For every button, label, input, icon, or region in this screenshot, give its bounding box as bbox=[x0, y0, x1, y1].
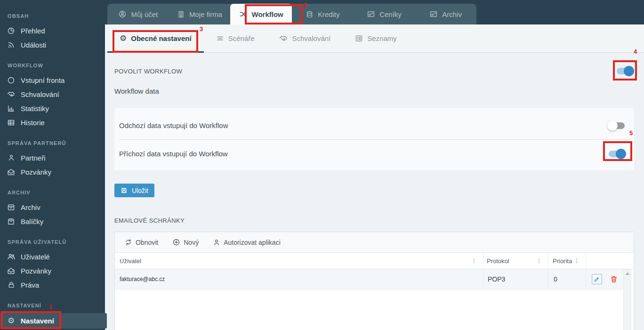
column-header-gap bbox=[623, 253, 634, 269]
sidebar-item-balicky[interactable]: Balíčky bbox=[0, 214, 105, 228]
section-title: NASTAVENÍ bbox=[0, 303, 105, 308]
save-icon bbox=[121, 187, 128, 194]
refresh-icon bbox=[125, 239, 132, 246]
subtab-label: Schvalování bbox=[292, 34, 331, 42]
cell-protocol: POP3 bbox=[483, 269, 548, 289]
outgoing-data-label: Odchozí data vstupují do Workflow bbox=[119, 121, 228, 129]
save-button[interactable]: Uložit bbox=[114, 184, 154, 197]
sidebar-item-historie[interactable]: Historie bbox=[0, 115, 105, 129]
authorize-app-label: Autorizovat aplikaci bbox=[224, 239, 281, 246]
plus-circle-icon bbox=[172, 238, 180, 246]
person-icon bbox=[7, 154, 16, 161]
sidebar-item-label: Pozvánky bbox=[21, 168, 51, 176]
toggle-knob bbox=[624, 66, 634, 76]
column-menu-icon[interactable] bbox=[471, 258, 477, 264]
column-menu-icon[interactable] bbox=[536, 258, 542, 264]
subtab-seznamy[interactable]: Seznamy bbox=[343, 24, 409, 52]
new-button[interactable]: Nový bbox=[169, 238, 201, 246]
sidebar-item-vstupni-fronta[interactable]: Vstupní fronta bbox=[0, 73, 105, 87]
toggle-knob bbox=[607, 121, 618, 131]
tab-workflow[interactable]: Workflow bbox=[230, 4, 292, 24]
sidebar-item-uzivatele[interactable]: Uživatelé bbox=[0, 250, 105, 264]
sidebar-item-statistiky[interactable]: Statistiky bbox=[0, 101, 105, 115]
pie-chart-icon bbox=[7, 27, 16, 35]
toggle-knob bbox=[616, 149, 626, 159]
rss-icon bbox=[7, 41, 16, 49]
sidebar-item-schvalovani[interactable]: Schvalování bbox=[0, 87, 105, 101]
column-label: Uživatel bbox=[120, 258, 141, 265]
column-header-user: Uživatel bbox=[115, 253, 483, 269]
mailboxes-table-body: fakturace@abc.cz POP3 0 bbox=[115, 269, 634, 330]
tab-archiv[interactable]: Archiv bbox=[415, 4, 476, 24]
save-label: Uložit bbox=[132, 187, 148, 194]
sidebar-item-udalosti[interactable]: Události bbox=[0, 38, 105, 52]
tab-group: Můj účet Moje firma Workflow Kredity bbox=[107, 4, 476, 24]
column-header-priority: Priorita bbox=[548, 253, 586, 269]
sidebar-section-sprava-uzivatelu: SPRÁVA UŽIVATELŮ Uživatelé Pozvánky Práv… bbox=[0, 239, 105, 292]
tab-kredity[interactable]: Kredity bbox=[292, 4, 354, 24]
email-mailboxes-title: EMAILOVÉ SCHRÁNKY bbox=[114, 217, 634, 224]
enable-workflow-row: POVOLIT WORKFLOW bbox=[114, 63, 634, 80]
cell-user: fakturace@abc.cz bbox=[115, 269, 483, 289]
cell-actions bbox=[586, 269, 623, 289]
column-header-actions bbox=[586, 253, 623, 269]
vertical-scrollbar[interactable] bbox=[623, 269, 631, 330]
mailboxes-table-header: Uživatel Protokol Priorita bbox=[115, 253, 634, 269]
sidebar-item-label: Nastavení bbox=[21, 317, 54, 325]
sidebar-item-prehled[interactable]: Přehled bbox=[0, 24, 105, 38]
sidebar-item-pozvanky-partneri[interactable]: Pozvánky bbox=[0, 165, 105, 179]
sidebar-item-label: Historie bbox=[21, 119, 45, 127]
column-menu-icon[interactable] bbox=[573, 258, 580, 264]
card-icon bbox=[367, 10, 375, 18]
tab-label: Kredity bbox=[318, 10, 340, 18]
tab-label: Workflow bbox=[252, 10, 283, 18]
mail-open-icon bbox=[7, 267, 16, 275]
coins-icon bbox=[306, 10, 314, 18]
sidebar-item-nastaveni[interactable]: ⚙ Nastavení bbox=[0, 313, 107, 329]
table-icon bbox=[7, 119, 16, 127]
subtab-scenare[interactable]: Scénáře bbox=[204, 24, 267, 52]
pencil-icon bbox=[594, 276, 600, 282]
workflow-data-label: Workflow data bbox=[114, 87, 634, 95]
authorize-app-button[interactable]: Autorizovat aplikaci bbox=[210, 239, 283, 246]
outgoing-data-toggle[interactable] bbox=[607, 121, 626, 131]
mailboxes-toolbar: Obnovit Nový Autorizovat aplikaci bbox=[115, 232, 634, 253]
bar-chart-icon bbox=[7, 105, 16, 113]
sidebar-item-pozvanky-uzivatele[interactable]: Pozvánky bbox=[0, 264, 105, 278]
tab-moje-firma[interactable]: Moje firma bbox=[169, 4, 231, 24]
table-row[interactable]: fakturace@abc.cz POP3 0 bbox=[115, 269, 623, 290]
tab-muj-ucet[interactable]: Můj účet bbox=[107, 4, 169, 24]
subtab-obecne-nastaveni[interactable]: ⚙ Obecné nastavení bbox=[107, 24, 204, 52]
incoming-data-toggle[interactable] bbox=[607, 149, 626, 159]
sidebar-item-archiv[interactable]: Archiv bbox=[0, 200, 105, 214]
sidebar-section-archiv: ARCHIV Archiv Balíčky bbox=[0, 190, 105, 228]
refresh-button[interactable]: Obnovit bbox=[122, 239, 161, 246]
main-content: POVOLIT WORKFLOW Workflow data Odchozí d… bbox=[105, 52, 644, 330]
sidebar-item-partneri[interactable]: Partneři bbox=[0, 151, 105, 165]
sidebar-item-label: Uživatelé bbox=[21, 253, 50, 261]
top-tab-bar: Můj účet Moje firma Workflow Kredity bbox=[105, 0, 644, 24]
email-mailboxes-panel: Obnovit Nový Autorizovat aplikaci bbox=[114, 232, 634, 330]
handshake-icon bbox=[7, 90, 16, 98]
subtab-schvalovani[interactable]: Schvalování bbox=[267, 24, 343, 52]
incoming-data-label: Příchozí data vstupují do Workflow bbox=[119, 150, 228, 158]
sidebar-item-label: Balíčky bbox=[21, 217, 43, 225]
user-circle-icon bbox=[118, 10, 127, 18]
sidebar-item-prava[interactable]: Práva bbox=[0, 278, 105, 292]
tab-ceniky[interactable]: Ceníky bbox=[354, 4, 415, 24]
delete-row-button[interactable] bbox=[610, 275, 618, 283]
refresh-label: Obnovit bbox=[136, 239, 158, 246]
sidebar: OBSAH Přehled Události WORKFLOW Vstup bbox=[0, 0, 105, 330]
handshake-icon bbox=[279, 34, 288, 43]
sidebar-item-label: Události bbox=[21, 41, 46, 49]
tab-label: Ceníky bbox=[379, 10, 402, 18]
edit-row-button[interactable] bbox=[592, 274, 602, 284]
sidebar-section-sprava-partneru: SPRÁVA PARTNERŮ Partneři Pozvánky bbox=[0, 140, 105, 179]
subtab-label: Seznamy bbox=[367, 34, 397, 42]
incoming-data-row: Příchozí data vstupují do Workflow bbox=[119, 139, 629, 168]
section-title: WORKFLOW bbox=[0, 63, 105, 68]
building-icon bbox=[177, 10, 185, 18]
scroll-up-arrow-icon[interactable] bbox=[626, 272, 629, 275]
lock-icon bbox=[7, 281, 16, 289]
enable-workflow-toggle[interactable] bbox=[615, 66, 634, 76]
